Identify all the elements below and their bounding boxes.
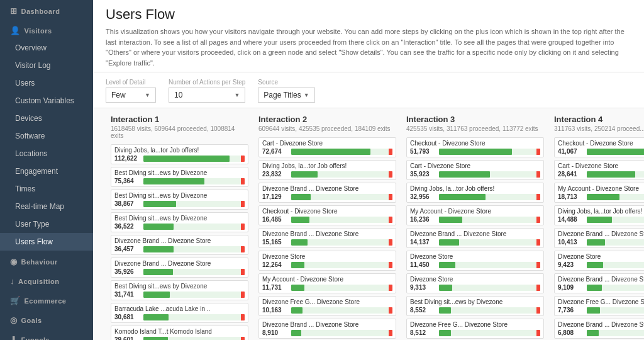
sidebar-section-acquisition[interactable]: ↓Acquisition <box>0 270 93 290</box>
flow-node-1-3[interactable]: Best Diving sit...ews by Divezone36,522 <box>111 212 248 232</box>
node-value: 38,867 <box>114 200 141 207</box>
source-select[interactable]: Page Titles ▼ <box>258 88 314 103</box>
flow-node-2-0[interactable]: Cart - Divezone Store72,674 <box>258 137 396 157</box>
flow-node-3-5[interactable]: Divezone Store11,450 <box>406 251 544 271</box>
sidebar-item-engagement[interactable]: Engagement <box>0 162 93 180</box>
flow-node-3-1[interactable]: Cart - Divezone Store35,923 <box>406 160 544 180</box>
node-bar-bg <box>143 314 245 320</box>
flow-node-2-4[interactable]: Divezone Brand ... Divezone Store15,165 <box>258 228 396 248</box>
sidebar-section-behaviour[interactable]: ◉Behaviour <box>0 251 93 270</box>
flow-node-1-5[interactable]: Divezone Brand ... Divezone Store35,926 <box>111 258 248 278</box>
interaction-title-4[interactable]: Interaction 4 <box>554 115 644 124</box>
sidebar-item-software[interactable]: Software <box>0 127 93 145</box>
node-bar-bg <box>439 149 540 155</box>
flow-node-4-7[interactable]: Divezone Free G... Divezone St...7,736 <box>554 296 644 316</box>
flow-node-1-7[interactable]: Barracuda Lake ...acuda Lake in ..30,681 <box>111 303 248 323</box>
flow-node-3-3[interactable]: My Account - Divezone Store16,236 <box>406 205 544 225</box>
node-title: Divezone Brand ... Divezone Store <box>114 260 245 267</box>
node-bar-fill <box>143 246 174 252</box>
flow-node-1-1[interactable]: Best Diving sit...ews by Divezone75,364 <box>111 167 248 187</box>
flow-node-3-6[interactable]: Divezone Store9,313 <box>406 273 544 293</box>
node-value: 72,674 <box>262 148 289 155</box>
node-bar-bg <box>291 149 392 155</box>
sidebar-item-visitor-log[interactable]: Visitor Log <box>0 57 93 74</box>
node-bar-bg <box>587 285 644 291</box>
flow-node-1-2[interactable]: Best Diving sit...ews by Divezone38,867 <box>111 190 248 210</box>
interaction-title-1[interactable]: Interaction 1 <box>111 115 248 124</box>
sidebar-item-devices[interactable]: Devices <box>0 110 93 127</box>
node-bar-bg <box>143 178 245 184</box>
actions-per-step-select[interactable]: 10 ▼ <box>169 88 245 103</box>
node-value: 14,488 <box>558 216 584 223</box>
flow-node-2-6[interactable]: My Account - Divezone Store11,731 <box>258 273 396 293</box>
sidebar-section-dashboard[interactable]: ⊞Dashboard <box>0 0 93 20</box>
sidebar-item-users-flow[interactable]: Users Flow <box>0 233 93 251</box>
flow-node-4-4[interactable]: Divezone Brand ... Divezone St...10,413 <box>554 228 644 248</box>
flow-node-4-3[interactable]: Diving Jobs, la...tor Job offers!14,488 <box>554 205 644 225</box>
node-bar-exit <box>241 314 245 320</box>
node-value: 36,457 <box>114 246 141 252</box>
flow-node-2-8[interactable]: Divezone Brand ... Divezone Store8,910 <box>258 319 396 339</box>
node-value: 29,601 <box>114 336 141 340</box>
node-bar-bg <box>143 269 245 275</box>
node-bar-container: 29,601 <box>114 336 245 340</box>
interaction-title-3[interactable]: Interaction 3 <box>406 115 544 124</box>
sidebar-item-realtime-map[interactable]: Real-time Map <box>0 198 93 215</box>
sidebar-section-goals[interactable]: ◎Goals <box>0 309 93 329</box>
flow-node-3-8[interactable]: Divezone Free G... Divezone Store8,512 <box>406 319 544 339</box>
source-arrow: ▼ <box>304 92 309 98</box>
flow-node-4-1[interactable]: Cart - Divezone Store28,641 <box>554 160 644 180</box>
sidebar-section-label: Dashboard <box>21 8 60 15</box>
node-bar-exit <box>536 285 540 291</box>
flow-node-3-0[interactable]: Checkout - Divezone Store51,793 <box>406 137 544 157</box>
node-value: 7,736 <box>558 307 584 314</box>
node-bar-bg <box>439 194 540 200</box>
interaction-title-2[interactable]: Interaction 2 <box>258 115 396 124</box>
node-bar-container: 36,457 <box>114 246 245 252</box>
sidebar-item-user-type[interactable]: User Type <box>0 215 93 233</box>
node-value: 16,485 <box>262 216 289 223</box>
flow-node-4-2[interactable]: My Account - Divezone Store18,713 <box>554 183 644 203</box>
sidebar-section-visitors[interactable]: 👤Visitors <box>0 20 93 39</box>
flow-node-1-0[interactable]: Diving Jobs, la...tor Job offers!112,622 <box>111 144 248 164</box>
flow-node-2-5[interactable]: Divezone Store12,264 <box>258 251 396 271</box>
sidebar-item-times[interactable]: Times <box>0 180 93 198</box>
node-bar-bg <box>291 262 392 268</box>
flow-node-1-4[interactable]: Divezone Brand ... Divezone Store36,457 <box>111 235 248 255</box>
node-bar-container: 10,163 <box>262 307 392 314</box>
node-bar-bg <box>587 194 644 200</box>
flow-node-2-7[interactable]: Divezone Free G... Divezone Store10,163 <box>258 296 396 316</box>
node-bar-container: 8,552 <box>410 307 540 314</box>
node-title: Divezone Brand ... Divezone Store <box>410 230 540 237</box>
flow-node-4-5[interactable]: Divezone Store9,423 <box>554 251 644 271</box>
node-title: Cart - Divezone Store <box>262 140 392 147</box>
sidebar-item-locations[interactable]: Locations <box>0 145 93 162</box>
node-bar-fill <box>143 292 170 298</box>
sidebar-item-users[interactable]: Users <box>0 74 93 92</box>
node-bar-exit <box>241 269 245 275</box>
flow-node-4-0[interactable]: Checkout - Divezone Store41,067 <box>554 137 644 157</box>
sidebar-section-ecommerce[interactable]: 🛒Ecommerce <box>0 290 93 309</box>
node-bar-bg <box>439 262 540 268</box>
sidebar-item-overview[interactable]: Overview <box>0 39 93 57</box>
sidebar-item-custom-variables[interactable]: Custom Variables <box>0 92 93 110</box>
flow-node-2-3[interactable]: Checkout - Divezone Store16,485 <box>258 205 396 225</box>
node-title: Divezone Store <box>410 253 540 260</box>
flow-node-2-2[interactable]: Divezone Brand ... Divezone Store17,129 <box>258 183 396 203</box>
flow-node-1-6[interactable]: Best Diving sit...ews by Divezone31,741 <box>111 280 248 300</box>
node-bar-exit <box>241 201 245 207</box>
sidebar-section-funnels[interactable]: ⬇Funnels <box>0 329 93 340</box>
flow-node-2-1[interactable]: Diving Jobs, la...tor Job offers!23,832 <box>258 160 396 180</box>
node-title: Divezone Free G... Divezone St... <box>558 298 644 305</box>
flow-node-4-8[interactable]: Divezone Brand ... Divezone St...6,808 <box>554 319 644 339</box>
node-bar-fill <box>587 171 635 178</box>
flow-node-3-7[interactable]: Best Diving sit...ews by Divezone8,552 <box>406 296 544 316</box>
flow-node-3-4[interactable]: Divezone Brand ... Divezone Store14,137 <box>406 228 544 248</box>
level-of-detail-select[interactable]: Few ▼ <box>106 88 156 103</box>
node-bar-fill <box>291 285 304 291</box>
flow-node-4-6[interactable]: Divezone Brand ... Divezone St...9,109 <box>554 273 644 293</box>
flow-node-1-8[interactable]: Komodo Island T...t Komodo Island29,601 <box>111 326 248 340</box>
flow-node-3-2[interactable]: Diving Jobs, la...tor Job offers!32,956 <box>406 183 544 203</box>
node-bar-fill <box>587 194 619 200</box>
node-bar-bg <box>291 217 392 223</box>
